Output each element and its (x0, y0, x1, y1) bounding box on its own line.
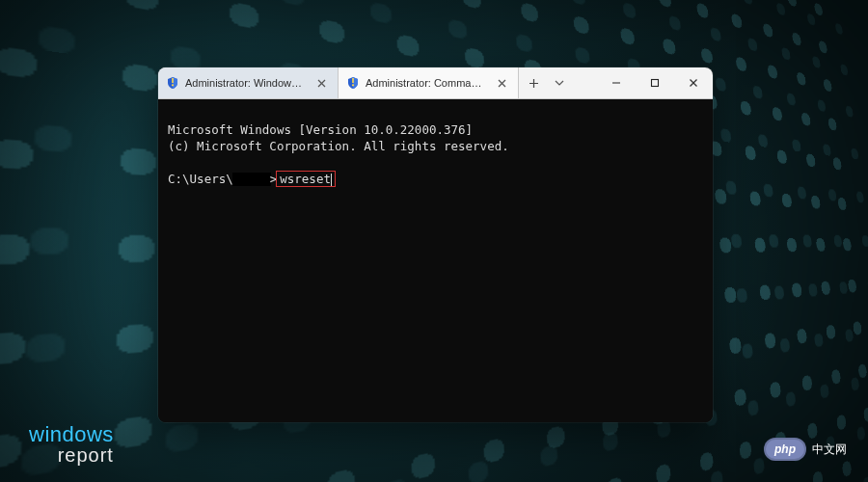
tab-dropdown-button[interactable] (548, 67, 571, 98)
php-logo-icon: php (764, 438, 806, 461)
svg-rect-11 (652, 80, 659, 87)
tab-strip: Administrator: Windows PowerShell Admini… (158, 67, 519, 98)
prompt-user-redacted (233, 174, 270, 185)
tab-cmd[interactable]: Administrator: Command Prompt (339, 67, 519, 98)
svg-rect-0 (172, 78, 174, 83)
command-text: wsreset (280, 172, 331, 186)
new-tab-button[interactable] (519, 67, 548, 98)
php-watermark-label: 中文网 (812, 442, 847, 458)
terminal-version-line: Microsoft Windows [Version 10.0.22000.37… (168, 122, 473, 137)
tab-cmd-label: Administrator: Command Prompt (366, 77, 487, 89)
text-cursor (331, 174, 332, 186)
terminal-prompt-line: C:\Users\>wsreset (168, 171, 703, 187)
cmd-shield-icon (346, 76, 360, 90)
close-button[interactable] (674, 67, 713, 98)
brand-line1: windows (29, 424, 114, 445)
minimize-button[interactable] (597, 67, 636, 98)
tab-cmd-close-icon[interactable] (493, 74, 510, 92)
tab-powershell-label: Administrator: Windows PowerShell (185, 77, 307, 89)
tab-powershell[interactable]: Administrator: Windows PowerShell (158, 67, 339, 98)
terminal-window: Administrator: Windows PowerShell Admini… (158, 67, 713, 422)
titlebar[interactable]: Administrator: Windows PowerShell Admini… (158, 67, 713, 99)
brand-line2: report (58, 445, 114, 465)
prompt-prefix: C:\Users\ (168, 171, 233, 187)
svg-rect-4 (352, 78, 354, 83)
svg-point-5 (352, 84, 354, 86)
terminal-body[interactable]: Microsoft Windows [Version 10.0.22000.37… (158, 99, 713, 422)
terminal-copyright-line: (c) Microsoft Corporation. All rights re… (168, 139, 509, 153)
tab-powershell-close-icon[interactable] (312, 74, 330, 92)
titlebar-drag-area[interactable] (571, 67, 597, 98)
windows-report-logo: windows report (29, 424, 114, 465)
command-highlight: wsreset (276, 171, 336, 187)
maximize-button[interactable] (636, 67, 674, 98)
svg-point-1 (172, 84, 174, 86)
php-watermark: php 中文网 (764, 438, 847, 461)
powershell-shield-icon (166, 76, 179, 90)
